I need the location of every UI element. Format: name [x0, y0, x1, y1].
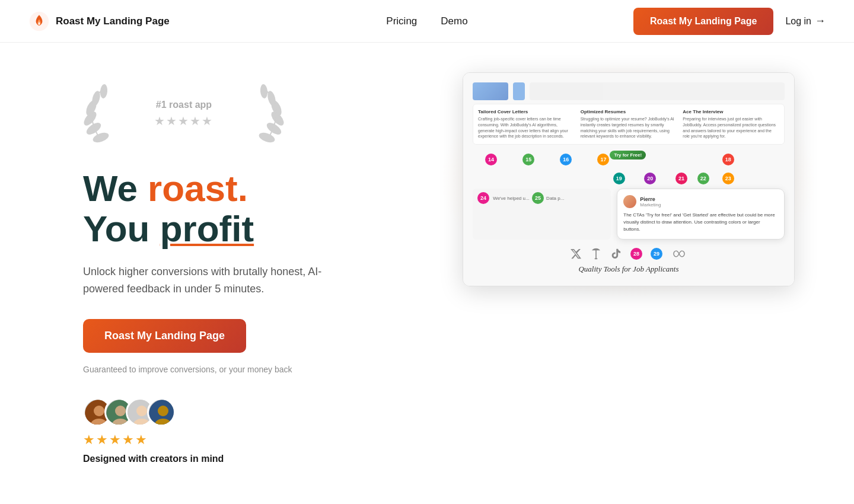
nav-login-link[interactable]: Log in →: [785, 15, 826, 27]
mock-logos-row: 28 29: [473, 244, 785, 262]
main-content: #1 roast app ★★★★★ We roast.: [0, 43, 854, 504]
dot-24-inline: 24: [477, 192, 489, 204]
screenshot-wrapper: Tailored Cover Letters Crafting job-spec…: [463, 72, 795, 286]
dot-29-inline: 29: [651, 248, 662, 260]
nav-logo-text: Roast My Landing Page: [56, 15, 170, 27]
annotation-avatar: [623, 195, 636, 208]
hero-right: Tailored Cover Letters Crafting job-spec…: [463, 66, 795, 286]
nav-logo[interactable]: Roast My Landing Page: [28, 11, 170, 32]
annotation-user-role: Marketing: [640, 202, 661, 208]
mock-col2-title: Optimized Resumes: [581, 109, 677, 114]
nav-cta-button[interactable]: Roast My Landing Page: [633, 8, 773, 35]
nav-link-demo[interactable]: Demo: [441, 15, 467, 27]
dot-22: 22: [697, 173, 709, 184]
dot-18: 18: [722, 154, 734, 165]
svg-point-23: [158, 406, 168, 416]
meta-icon: [671, 248, 687, 260]
mock-col1-title: Tailored Cover Letters: [478, 109, 575, 114]
mock-col2-text: Struggling to optimize your resume? JobB…: [581, 116, 677, 139]
flame-icon: [28, 11, 50, 32]
dot-25-inline: 25: [532, 192, 544, 204]
badge-container: #1 roast app ★★★★★: [83, 78, 285, 149]
headline-line2: You profit: [83, 209, 427, 249]
cta-button-wrapper: Roast My Landing Page: [83, 319, 427, 365]
dot-14: 14: [485, 154, 497, 165]
avatars-row: [83, 398, 427, 426]
roast-word: roast.: [148, 168, 248, 209]
login-arrow-icon: →: [815, 15, 826, 27]
annotation-user-name: Pierre: [640, 196, 661, 202]
hero-subtext: Unlock higher conversions with brutally …: [83, 263, 356, 298]
hero-headline: We roast. You profit: [83, 168, 427, 249]
annotation-bubble: Pierre Marketing The CTAs 'Try for free!…: [617, 189, 785, 240]
nav-right: Roast My Landing Page Log in →: [633, 8, 826, 35]
badge-rank: #1 roast app: [142, 100, 225, 110]
mock_site.col3_text: Preparing for interviews just got easier…: [683, 116, 779, 139]
social-proof-stars: ★★★★★: [83, 432, 427, 448]
dot-17: 17: [597, 154, 609, 165]
mock-col1-text: Crafting job-specific cover letters can …: [478, 116, 575, 139]
avatar-4: [147, 398, 176, 426]
guarantee-text: Guaranteed to improve conversions, or yo…: [83, 365, 427, 374]
hero-left: #1 roast app ★★★★★ We roast.: [83, 66, 427, 464]
social-proof: ★★★★★ Designed with creators in mind: [83, 398, 427, 464]
headline-line1: We roast.: [83, 168, 427, 209]
navbar: Roast My Landing Page Pricing Demo Roast…: [0, 0, 854, 43]
hero-cta-button[interactable]: Roast My Landing Page: [83, 319, 246, 353]
try-free-badge[interactable]: Try for Free!: [610, 151, 646, 160]
laurel-right-icon: [225, 78, 285, 149]
mock-col3-title: Ace The Interview: [683, 109, 779, 114]
dot-28-inline: 28: [630, 248, 642, 260]
screenshot-inner: Tailored Cover Letters Crafting job-spec…: [463, 73, 794, 286]
dot-16: 16: [560, 154, 572, 165]
dot-19: 19: [613, 173, 625, 184]
dot-15: 15: [522, 154, 534, 165]
mock-footer-text: Quality Tools for Job Applicants: [473, 262, 785, 276]
dot-20: 20: [644, 173, 656, 184]
annotation-user-row: Pierre Marketing: [623, 195, 778, 208]
screenshot-card: Tailored Cover Letters Crafting job-spec…: [463, 72, 795, 286]
tiktok-icon: [610, 248, 622, 260]
badge-stars: ★★★★★: [142, 114, 225, 128]
dot-23: 23: [722, 173, 734, 184]
laurel-left-icon: [83, 78, 142, 149]
tesla-icon: [590, 248, 602, 260]
svg-point-14: [94, 406, 104, 416]
social-proof-label: Designed with creators in mind: [83, 454, 427, 464]
twitter-x-icon: [570, 248, 582, 260]
svg-point-20: [136, 406, 147, 416]
profit-word: profit: [160, 208, 254, 249]
svg-point-17: [115, 406, 126, 416]
annotation-text: The CTAs 'Try for free!' and 'Get Starte…: [623, 212, 778, 233]
dot-21: 21: [675, 173, 687, 184]
nav-links: Pricing Demo: [386, 15, 467, 27]
nav-link-pricing[interactable]: Pricing: [386, 15, 417, 27]
badge-center: #1 roast app ★★★★★: [142, 100, 225, 128]
